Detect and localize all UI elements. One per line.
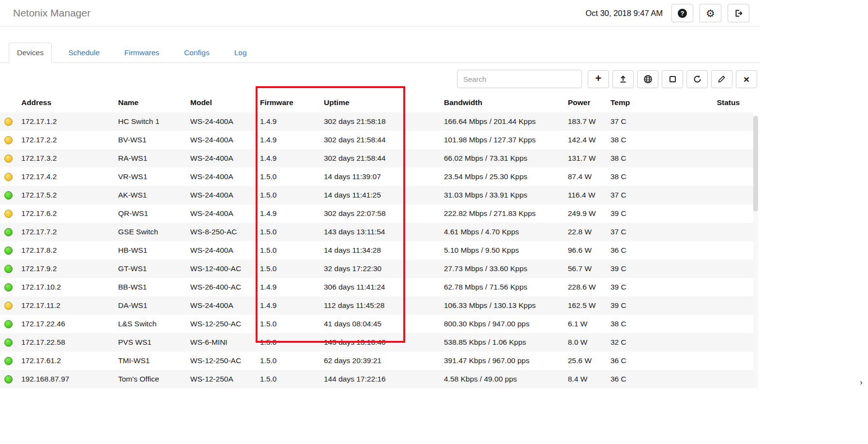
col-bandwidth-header[interactable]: Bandwidth [440, 93, 564, 112]
cell-address: 172.17.5.2 [17, 186, 114, 204]
device-row[interactable]: 172.17.22.58 PVS WS1 WS-6-MINI 1.5.0 143… [0, 333, 753, 352]
device-row[interactable]: 192.168.87.97 Tom's Office WS-12-250A 1.… [0, 370, 753, 388]
device-row[interactable]: 172.17.8.2 HB-WS1 WS-24-400A 1.5.0 14 da… [0, 241, 753, 260]
status-dot-cell [0, 131, 17, 149]
search-input[interactable] [457, 70, 582, 88]
col-name-header[interactable]: Name [114, 93, 186, 112]
upload-button[interactable] [612, 70, 634, 88]
cell-uptime: 41 days 08:04:45 [320, 315, 440, 333]
cell-model: WS-24-400A [186, 296, 256, 315]
device-row[interactable]: 172.17.5.2 AK-WS1 WS-24-400A 1.5.0 14 da… [0, 186, 753, 204]
cell-power: 131.7 W [564, 149, 607, 168]
cell-temp: 36 C [607, 241, 655, 260]
cell-firmware: 1.5.0 [256, 241, 320, 260]
device-row[interactable]: 172.17.7.2 GSE Switch WS-8-250-AC 1.5.0 … [0, 223, 753, 241]
tab-configs[interactable]: Configs [176, 43, 218, 63]
help-button[interactable]: ? [671, 4, 693, 22]
device-row[interactable]: 172.17.4.2 VR-WS1 WS-24-400A 1.5.0 14 da… [0, 168, 753, 186]
device-row[interactable]: 172.17.3.2 RA-WS1 WS-24-400A 1.4.9 302 d… [0, 149, 753, 168]
cell-firmware: 1.4.9 [256, 278, 320, 296]
table-scrollbar[interactable] [753, 116, 758, 388]
remove-button[interactable]: × [736, 70, 757, 88]
cell-model: WS-24-400A [186, 186, 256, 204]
main-tabs: Devices Schedule Firmwares Configs Log [0, 43, 760, 63]
cell-status [655, 278, 753, 296]
plus-icon: + [595, 73, 602, 84]
scroll-right-chevron[interactable]: › [860, 378, 863, 387]
cell-model: WS-26-400-AC [186, 278, 256, 296]
col-status-header[interactable]: Status [655, 93, 753, 112]
cell-firmware: 1.5.0 [256, 315, 320, 333]
col-firmware-header[interactable]: Firmware [256, 93, 320, 112]
col-address-header[interactable]: Address [17, 93, 114, 112]
cell-address: 172.17.3.2 [17, 149, 114, 168]
cell-firmware: 1.5.0 [256, 186, 320, 204]
cell-bandwidth: 222.82 Mbps / 271.83 Kpps [440, 204, 564, 223]
device-row[interactable]: 172.17.2.2 BV-WS1 WS-24-400A 1.4.9 302 d… [0, 131, 753, 149]
cell-status [655, 315, 753, 333]
status-dot-cell [0, 260, 17, 278]
device-table-container: Address Name Model Firmware Uptime Bandw… [0, 93, 760, 390]
cell-temp: 37 C [607, 186, 655, 204]
cell-model: WS-12-400-AC [186, 260, 256, 278]
cell-temp: 38 C [607, 315, 655, 333]
cell-temp: 38 C [607, 149, 655, 168]
cell-power: 22.8 W [564, 223, 607, 241]
scrollbar-thumb[interactable] [753, 116, 758, 212]
logout-button[interactable] [728, 4, 749, 22]
col-temp-header[interactable]: Temp [607, 93, 655, 112]
cell-status [655, 168, 753, 186]
status-dot-cell [0, 149, 17, 168]
cell-model: WS-12-250-AC [186, 352, 256, 370]
tab-devices[interactable]: Devices [9, 43, 52, 63]
cell-name: HC Switch 1 [114, 112, 186, 131]
refresh-button[interactable] [686, 70, 708, 88]
cell-name: GT-WS1 [114, 260, 186, 278]
web-button[interactable] [637, 70, 658, 88]
device-row[interactable]: 172.17.1.2 HC Switch 1 WS-24-400A 1.4.9 … [0, 112, 753, 131]
status-dot [4, 136, 13, 144]
cell-firmware: 1.5.0 [256, 333, 320, 352]
col-uptime-header[interactable]: Uptime [320, 93, 440, 112]
col-power-header[interactable]: Power [564, 93, 607, 112]
device-row[interactable]: 172.17.61.2 TMI-WS1 WS-12-250-AC 1.5.0 6… [0, 352, 753, 370]
cell-power: 87.4 W [564, 168, 607, 186]
status-dot-cell [0, 204, 17, 223]
globe-icon [643, 75, 653, 84]
cell-uptime: 112 days 11:45:28 [320, 296, 440, 315]
status-dot [4, 173, 13, 181]
cell-firmware: 1.4.9 [256, 131, 320, 149]
cell-bandwidth: 5.10 Mbps / 9.50 Kpps [440, 241, 564, 260]
device-row[interactable]: 172.17.22.46 L&S Switch WS-12-250-AC 1.5… [0, 315, 753, 333]
cell-address: 172.17.1.2 [17, 112, 114, 131]
edit-button[interactable] [711, 70, 732, 88]
stop-button[interactable] [662, 70, 683, 88]
device-row[interactable]: 172.17.6.2 QR-WS1 WS-24-400A 1.4.9 302 d… [0, 204, 753, 223]
tab-firmwares[interactable]: Firmwares [116, 43, 168, 63]
cell-status [655, 223, 753, 241]
cell-bandwidth: 27.73 Mbps / 33.60 Kpps [440, 260, 564, 278]
cell-status [655, 131, 753, 149]
cell-bandwidth: 800.30 Kbps / 947.00 pps [440, 315, 564, 333]
device-row[interactable]: 172.17.10.2 BB-WS1 WS-26-400-AC 1.4.9 30… [0, 278, 753, 296]
cell-model: WS-24-400A [186, 112, 256, 131]
cell-firmware: 1.5.0 [256, 223, 320, 241]
device-row[interactable]: 172.17.11.2 DA-WS1 WS-24-400A 1.4.9 112 … [0, 296, 753, 315]
cell-uptime: 14 days 11:41:25 [320, 186, 440, 204]
settings-button[interactable]: ⚙ [700, 4, 721, 22]
logout-icon [734, 9, 743, 18]
tab-log[interactable]: Log [226, 43, 255, 63]
device-row[interactable]: 172.17.9.2 GT-WS1 WS-12-400-AC 1.5.0 32 … [0, 260, 753, 278]
cell-name: HB-WS1 [114, 241, 186, 260]
status-dot [4, 302, 13, 310]
cell-temp: 32 C [607, 333, 655, 352]
cell-temp: 38 C [607, 131, 655, 149]
tab-schedule[interactable]: Schedule [60, 43, 108, 63]
col-model-header[interactable]: Model [186, 93, 256, 112]
cell-address: 172.17.6.2 [17, 204, 114, 223]
cell-firmware: 1.5.0 [256, 352, 320, 370]
status-dot-cell [0, 370, 17, 388]
status-dot [4, 246, 13, 255]
cell-model: WS-24-400A [186, 241, 256, 260]
add-device-button[interactable]: + [588, 70, 609, 88]
